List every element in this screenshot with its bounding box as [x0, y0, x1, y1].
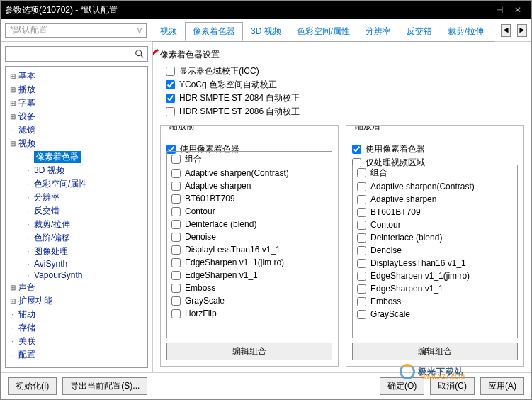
expander-icon[interactable]: ⊟ — [9, 140, 17, 148]
checkbox-input[interactable] — [357, 246, 366, 255]
tree-node-child[interactable]: ·反交错 — [7, 204, 146, 218]
checkbox-input[interactable] — [171, 271, 181, 280]
expander-icon[interactable]: ⊞ — [9, 72, 17, 80]
tree-node[interactable]: ⊞字幕 — [7, 96, 146, 110]
tree-node[interactable]: ·存储 — [7, 321, 146, 335]
tree-node-child[interactable]: ·裁剪/拉伸 — [7, 218, 146, 231]
tab-1[interactable]: 像素着色器 — [185, 22, 243, 41]
tree-node-child[interactable]: ·AviSynth — [7, 258, 146, 270]
list-item[interactable]: DisplayLessThan16 v1_1 — [353, 257, 517, 270]
after-edit-button[interactable]: 编辑组合 — [352, 343, 518, 360]
list-item[interactable]: GrayScale — [353, 308, 517, 321]
expander-icon[interactable]: ⊞ — [9, 284, 17, 291]
expander-icon[interactable]: ⊞ — [9, 99, 17, 107]
tab-0[interactable]: 视频 — [152, 22, 185, 41]
tree-node-child[interactable]: ·VapourSynth — [7, 270, 146, 281]
checkbox-input[interactable] — [357, 310, 366, 319]
checkbox-input[interactable] — [171, 207, 181, 216]
checkbox-input[interactable] — [352, 145, 361, 154]
tree-node[interactable]: ⊞播放 — [7, 83, 146, 96]
list-item[interactable]: EdgeSharpen v1_1(jim ro) — [167, 256, 332, 269]
tab-3[interactable]: 色彩空间/属性 — [289, 22, 358, 41]
list-item[interactable]: BT601BT709 — [167, 192, 332, 205]
checkbox-input[interactable] — [357, 272, 366, 281]
list-item[interactable]: Contour — [167, 205, 332, 218]
list-item[interactable]: BT601BT709 — [353, 206, 517, 218]
checkbox-input[interactable] — [357, 221, 366, 230]
list-item[interactable]: 组合 — [353, 165, 517, 180]
settings-checkbox[interactable]: YCoCg 色彩空间自动校正 — [166, 79, 524, 91]
checkbox-input[interactable] — [171, 220, 181, 229]
pin-icon[interactable]: ⊣ — [490, 5, 509, 15]
expander-icon[interactable]: · — [9, 126, 17, 134]
before-edit-button[interactable]: 编辑组合 — [166, 343, 332, 360]
checkbox-input[interactable] — [357, 259, 366, 268]
tree-node[interactable]: ⊞设备 — [7, 110, 146, 123]
tree-node-child[interactable]: ·图像处理 — [7, 245, 146, 258]
tab-scroll-right-icon[interactable]: ► — [517, 24, 527, 37]
tab-5[interactable]: 反交错 — [399, 22, 440, 41]
settings-checkbox[interactable]: HDR SMPTE ST 2086 自动校正 — [166, 106, 524, 118]
list-item[interactable]: Adaptive sharpen — [167, 179, 332, 192]
apply-button[interactable]: 应用(A) — [480, 377, 524, 395]
tree-node-child[interactable]: ·分辨率 — [7, 191, 146, 204]
checkbox-input[interactable] — [171, 284, 181, 293]
checkbox-input[interactable] — [166, 67, 175, 76]
expander-icon[interactable]: · — [9, 351, 17, 359]
after-use-checkbox[interactable]: 使用像素着色器 — [352, 143, 518, 155]
checkbox-input[interactable] — [357, 195, 366, 204]
tab-2[interactable]: 3D 视频 — [243, 22, 289, 41]
tree-node[interactable]: ·配置 — [7, 348, 146, 362]
list-item[interactable]: 组合 — [167, 152, 332, 167]
settings-checkbox[interactable]: 显示器色域校正(ICC) — [166, 65, 524, 77]
checkbox-input[interactable] — [166, 107, 175, 116]
list-item[interactable]: Adaptive sharpen — [353, 193, 517, 206]
expander-icon[interactable]: · — [9, 311, 17, 318]
tree-node-child[interactable]: ·色阶/偏移 — [7, 231, 146, 245]
list-item[interactable]: Adaptive sharpen(Contrast) — [353, 180, 517, 193]
nav-tree[interactable]: ⊞基本⊞播放⊞字幕⊞设备·滤镜⊟视频·像素着色器·3D 视频·色彩空间/属性·分… — [5, 66, 148, 368]
expander-icon[interactable]: ⊞ — [9, 297, 17, 305]
tree-node[interactable]: ⊟视频 — [7, 137, 146, 150]
tab-6[interactable]: 裁剪/拉伸 — [440, 22, 492, 41]
checkbox-input[interactable] — [166, 80, 175, 89]
checkbox-input[interactable] — [166, 94, 175, 103]
expander-icon[interactable]: · — [9, 324, 17, 332]
tree-node-child[interactable]: ·色彩空间/属性 — [7, 177, 146, 191]
tree-node-child[interactable]: ·3D 视频 — [7, 164, 146, 177]
list-item[interactable]: DisplayLessThan16 v1_1 — [167, 243, 332, 256]
export-button[interactable]: 导出当前配置(S)... — [62, 377, 147, 395]
tree-node[interactable]: ⊞基本 — [7, 70, 146, 83]
checkbox-input[interactable] — [357, 182, 366, 191]
tree-node[interactable]: ⊞声音 — [7, 281, 146, 294]
list-item[interactable]: Adaptive sharpen(Contrast) — [167, 167, 332, 179]
tab-scroll-left-icon[interactable]: ◄ — [501, 24, 511, 37]
list-item[interactable]: Deinterlace (blend) — [353, 231, 517, 244]
tree-node-child[interactable]: ·像素着色器 — [7, 150, 146, 164]
list-item[interactable]: Contour — [353, 218, 517, 231]
search-input[interactable] — [5, 46, 148, 62]
list-item[interactable]: EdgeSharpen v1_1 — [353, 282, 517, 295]
list-item[interactable]: Denoise — [167, 230, 332, 243]
expander-icon[interactable]: ⊞ — [9, 113, 17, 121]
checkbox-input[interactable] — [171, 233, 181, 242]
expander-icon[interactable]: · — [9, 338, 17, 345]
checkbox-input[interactable] — [171, 296, 181, 306]
checkbox-input[interactable] — [357, 297, 366, 306]
tree-node[interactable]: ·辅助 — [7, 308, 146, 321]
checkbox-input[interactable] — [357, 208, 366, 217]
after-listbox[interactable]: 组合Adaptive sharpen(Contrast)Adaptive sha… — [352, 165, 518, 338]
tree-node[interactable]: ·滤镜 — [7, 123, 146, 137]
checkbox-input[interactable] — [357, 284, 366, 294]
checkbox-input[interactable] — [171, 169, 181, 178]
checkbox-input[interactable] — [171, 155, 181, 164]
list-item[interactable]: EdgeSharpen v1_1 — [167, 269, 332, 282]
list-item[interactable]: Denoise — [353, 244, 517, 257]
checkbox-input[interactable] — [357, 233, 366, 243]
checkbox-input[interactable] — [171, 194, 181, 204]
expander-icon[interactable]: ⊞ — [9, 86, 17, 94]
list-item[interactable]: Deinterlace (blend) — [167, 218, 332, 230]
checkbox-input[interactable] — [357, 168, 366, 177]
checkbox-input[interactable] — [171, 258, 181, 267]
init-button[interactable]: 初始化(I) — [8, 377, 57, 395]
